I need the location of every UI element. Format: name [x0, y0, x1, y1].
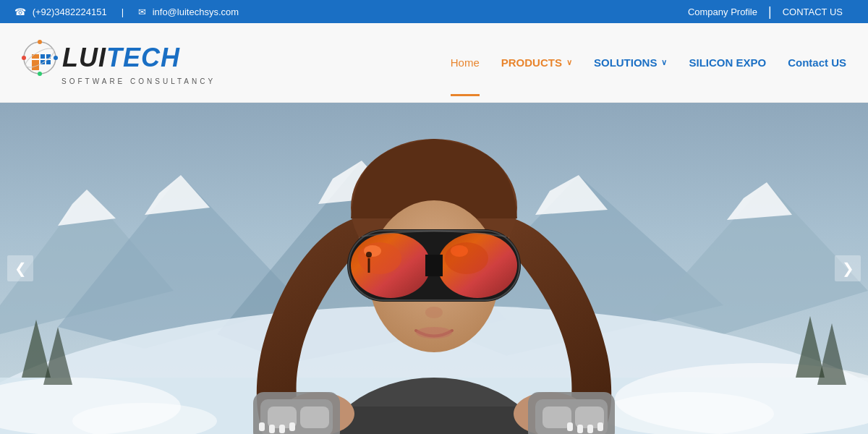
- svg-rect-6: [32, 54, 39, 59]
- svg-rect-40: [425, 255, 443, 276]
- svg-point-0: [24, 42, 56, 74]
- logo-subtitle: SOFTWARE CONSULTANCY: [61, 77, 216, 85]
- svg-rect-9: [41, 54, 45, 59]
- hero-section: ❮ ❯: [0, 103, 868, 434]
- hero-next-button[interactable]: ❯: [835, 255, 861, 281]
- svg-point-11: [23, 45, 56, 71]
- logo-tech: TECH: [106, 43, 180, 72]
- logo-area: LUITECH SOFTWARE CONSULTANCY: [22, 40, 216, 85]
- top-bar-left: ☎ (+92)3482224151 | ✉ info@luitechsys.co…: [14, 7, 239, 17]
- logo-text: LUITECH: [62, 43, 180, 73]
- phone-info: ☎ (+92)3482224151: [14, 7, 107, 17]
- svg-point-49: [425, 307, 443, 318]
- email-icon: ✉: [138, 7, 146, 17]
- svg-point-3: [38, 72, 42, 76]
- svg-rect-65: [567, 422, 573, 431]
- svg-point-45: [451, 245, 468, 257]
- nav-silicon-expo[interactable]: SILICON EXPO: [689, 56, 766, 69]
- prev-arrow-icon: ❮: [14, 260, 27, 277]
- logo-icon: [22, 40, 58, 76]
- nav-contact[interactable]: Contact US: [788, 56, 846, 69]
- svg-point-2: [54, 56, 58, 60]
- svg-rect-61: [259, 422, 265, 431]
- svg-point-28: [600, 392, 774, 434]
- email-info: ✉ info@luitechsys.com: [138, 7, 239, 17]
- email-separator: |: [122, 7, 124, 17]
- svg-rect-56: [300, 407, 329, 428]
- svg-rect-66: [577, 425, 583, 433]
- nav-home[interactable]: Home: [451, 56, 480, 69]
- main-nav: Home PRODUCTS ∨ SOLUTIONS ∨ SILICON EXPO…: [451, 56, 846, 69]
- next-arrow-icon: ❯: [842, 260, 854, 277]
- logo[interactable]: LUITECH: [22, 40, 180, 76]
- top-bar-right: Company Profile | CONTACT US: [677, 4, 854, 20]
- contact-us-top-link[interactable]: CONTACT US: [772, 7, 854, 17]
- svg-rect-67: [587, 425, 593, 433]
- svg-rect-63: [279, 425, 285, 433]
- hero-background: [0, 103, 868, 434]
- svg-point-4: [22, 56, 26, 60]
- nav-products[interactable]: PRODUCTS ∨: [501, 56, 572, 69]
- svg-rect-62: [269, 425, 275, 433]
- svg-point-1: [38, 40, 42, 44]
- phone-number: (+92)3482224151: [33, 7, 107, 17]
- products-chevron: ∨: [566, 58, 572, 67]
- logo-lui: LUI: [62, 43, 106, 72]
- svg-point-50: [416, 327, 452, 339]
- nav-solutions[interactable]: SOLUTIONS ∨: [594, 56, 668, 69]
- company-profile-link[interactable]: Company Profile: [677, 7, 768, 17]
- solutions-chevron: ∨: [661, 58, 667, 67]
- svg-rect-64: [289, 422, 295, 431]
- svg-point-42: [358, 242, 401, 274]
- svg-rect-68: [597, 422, 603, 431]
- phone-icon: ☎: [14, 7, 26, 17]
- svg-point-47: [366, 252, 372, 258]
- header: LUITECH SOFTWARE CONSULTANCY Home PRODUC…: [0, 23, 868, 103]
- hero-prev-button[interactable]: ❮: [7, 255, 33, 281]
- svg-rect-8: [46, 60, 51, 64]
- email-address: info@luitechsys.com: [153, 7, 239, 17]
- svg-point-43: [445, 242, 488, 274]
- top-bar: ☎ (+92)3482224151 | ✉ info@luitechsys.co…: [0, 0, 868, 23]
